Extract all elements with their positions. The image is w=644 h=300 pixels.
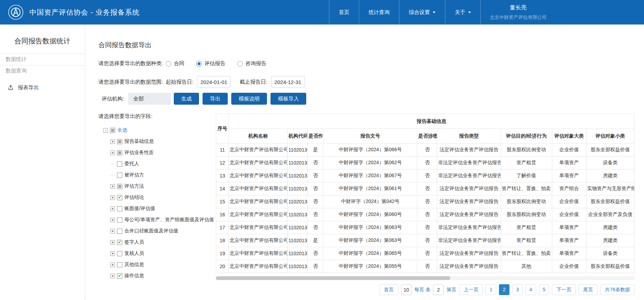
checkbox[interactable] xyxy=(110,128,115,133)
expand-toggle-icon[interactable]: + xyxy=(110,274,115,278)
page-button-5[interactable]: 5 xyxy=(539,284,549,295)
radio-option-3[interactable]: 咨询报告 xyxy=(237,60,266,67)
tree-item-7[interactable]: +账面值/评估值 xyxy=(98,203,216,214)
nav-about[interactable]: 关于 xyxy=(445,0,480,25)
expand-toggle-icon[interactable]: + xyxy=(110,207,115,211)
checkbox[interactable] xyxy=(117,240,122,245)
radio-option-1[interactable]: 合同 xyxy=(166,60,184,67)
tree-item-2[interactable]: +评估业务性质 xyxy=(98,147,216,158)
tree-item-11[interactable]: +复核人员 xyxy=(98,248,216,259)
checkbox[interactable] xyxy=(117,273,122,279)
table-row: 18北京中财资产评估有限公司11020130是中财评报字（2024）第063号否… xyxy=(216,234,635,247)
tree-item-0[interactable]: -全选 xyxy=(98,125,216,136)
cell: 北京中财资产评估有限公司 xyxy=(229,247,288,260)
generate-button[interactable]: 生成 xyxy=(174,93,199,105)
checkbox[interactable] xyxy=(117,161,122,167)
template-help-button[interactable]: 模板说明 xyxy=(231,93,267,105)
field-selector-panel: 请选择您要导出的字段: -全选+报告基础信息+评估业务性质委托人被评估方+评估方… xyxy=(98,107,216,295)
cell: 法定评估业务资产评估报告 xyxy=(437,182,501,195)
next-page-button[interactable]: 下一页 xyxy=(552,284,576,295)
page-button-3[interactable]: 3 xyxy=(512,284,523,295)
cell: 单项资产 xyxy=(552,234,586,247)
sidebar: 合同报告数据统计 数据统计数据查询 报表导出 xyxy=(0,25,85,300)
checkbox[interactable] xyxy=(117,173,122,178)
agency-input[interactable] xyxy=(128,93,171,105)
expand-toggle-icon[interactable]: + xyxy=(110,195,115,200)
tree-item-9[interactable]: +合并口径账面值及评估值 xyxy=(98,225,216,237)
radio-option-2[interactable]: 评估报告 xyxy=(196,60,225,67)
tree-item-4[interactable]: 被评估方 xyxy=(98,169,216,181)
nav-general-settings[interactable]: 综合设置 xyxy=(399,0,445,25)
scrollbar-thumb[interactable] xyxy=(216,276,450,280)
checkbox[interactable] xyxy=(117,206,122,211)
page-size-input[interactable] xyxy=(401,285,412,295)
user-org: 北京中财资产评估有限公司 xyxy=(490,14,547,21)
radio-option-label: 评估报告 xyxy=(204,60,225,67)
nav-home[interactable]: 首页 xyxy=(329,0,359,25)
cell: 北京中财资产评估有限公司 xyxy=(229,144,288,156)
page-number-input[interactable] xyxy=(433,285,444,295)
cell: 11020130 xyxy=(288,208,308,221)
tree-item-6[interactable]: +评估结论 xyxy=(98,192,216,203)
expand-toggle-icon[interactable]: + xyxy=(110,184,115,189)
tree-item-label: 被评估方 xyxy=(124,172,144,178)
expand-toggle-icon[interactable]: + xyxy=(110,251,115,256)
cell: 股东全部权益价值 xyxy=(586,260,634,273)
tree-item-12[interactable]: +其他信息 xyxy=(98,259,216,270)
radio-option-label: 咨询报告 xyxy=(245,60,266,67)
end-date-input[interactable] xyxy=(271,76,305,88)
checkbox[interactable] xyxy=(117,217,122,223)
checkbox[interactable] xyxy=(117,139,122,144)
tree-item-label: 其他信息 xyxy=(124,261,144,268)
export-button[interactable]: 导出 xyxy=(203,93,228,105)
tree-item-5[interactable]: +评估方法 xyxy=(98,181,216,192)
checkbox[interactable] xyxy=(117,184,122,189)
template-import-button[interactable]: 模板导入 xyxy=(270,93,306,105)
expand-toggle-icon[interactable]: - xyxy=(103,128,108,133)
user-info[interactable]: 董长亮 北京中财资产评估有限公司 xyxy=(480,0,556,25)
expand-toggle-icon[interactable]: + xyxy=(110,240,115,245)
checkbox[interactable] xyxy=(117,262,122,267)
cell: 否 xyxy=(417,144,437,156)
checkbox[interactable] xyxy=(117,195,122,200)
checkbox[interactable] xyxy=(117,229,122,234)
first-page-button[interactable]: 首页 xyxy=(379,284,398,295)
cell: 北京中财资产评估有限公司 xyxy=(229,169,288,182)
tree-item-10[interactable]: +签字人员 xyxy=(98,237,216,248)
last-page-button[interactable]: 尾页 xyxy=(578,284,597,295)
tree-item-1[interactable]: +报告基础信息 xyxy=(98,136,216,147)
checkbox[interactable] xyxy=(117,251,122,256)
sidebar-group-data-statistics[interactable]: 数据统计 xyxy=(0,54,85,65)
cell: 否 xyxy=(308,247,323,260)
date-range-label: 请您选择要导出的数据范围: xyxy=(98,79,163,85)
checkbox[interactable] xyxy=(117,150,122,155)
tree-item-13[interactable]: +操作信息 xyxy=(98,270,216,281)
cell: 北京中财资产评估有限公司 xyxy=(229,195,288,208)
cell: 法定评估业务资产评估报告 xyxy=(437,260,501,273)
expand-toggle-icon[interactable]: + xyxy=(110,218,115,222)
table-row: 15北京中财资产评估有限公司11020130否中财评字（2024）第042号否法… xyxy=(216,195,635,208)
sidebar-group-data-query[interactable]: 数据查询 xyxy=(0,65,85,77)
expand-toggle-icon[interactable]: + xyxy=(110,229,115,233)
cell: 非法定评估业务资产评估报告 xyxy=(437,169,501,182)
expand-toggle-icon[interactable]: + xyxy=(110,263,115,267)
start-date-input[interactable] xyxy=(197,76,231,88)
tree-connector xyxy=(110,175,115,175)
expand-toggle-icon[interactable]: + xyxy=(110,139,115,144)
expand-toggle-icon[interactable]: + xyxy=(110,151,115,155)
prev-page-button[interactable]: 上一页 xyxy=(459,284,483,295)
cell: 中财评报字（2024）第067号 xyxy=(323,169,417,182)
page-button-1[interactable]: 1 xyxy=(486,284,496,295)
sidebar-item-report-export[interactable]: 报表导出 xyxy=(0,84,85,91)
cell: 企业全部资产及负债 xyxy=(586,208,634,221)
tree-item-label: 报告基础信息 xyxy=(124,138,154,145)
tree-item-3[interactable]: 委托人 xyxy=(98,158,216,169)
cell: 中财评字（2024）第042号 xyxy=(323,195,417,208)
tree-item-8[interactable]: +母公司/单项资产、资产组账面值及评估值 xyxy=(98,214,216,225)
cell: 资产组合 xyxy=(552,182,586,195)
page-button-4[interactable]: 4 xyxy=(526,284,536,295)
nav-statistics-query[interactable]: 统计查询 xyxy=(359,0,399,25)
sidebar-item-label: 报表导出 xyxy=(18,84,39,91)
page-button-2[interactable]: 2 xyxy=(499,284,509,295)
cell: 企业价值 xyxy=(552,208,586,221)
